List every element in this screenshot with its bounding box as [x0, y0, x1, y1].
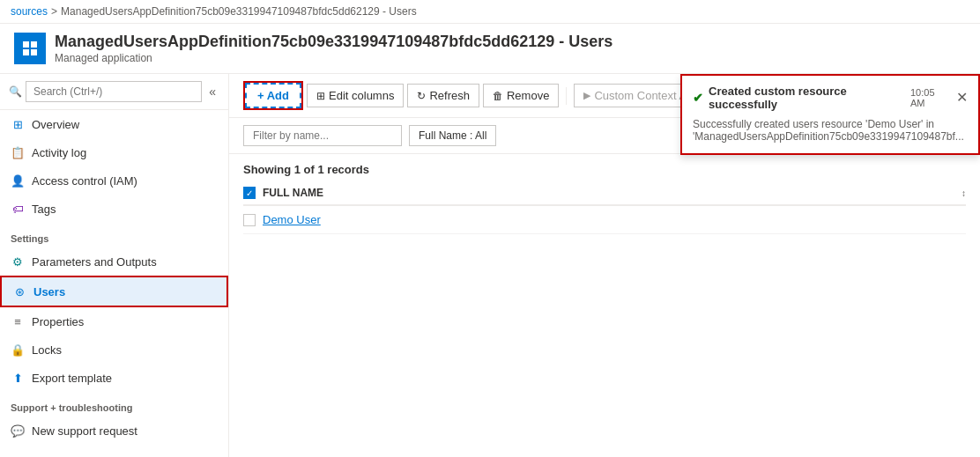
svg-rect-3	[31, 49, 37, 55]
sidebar-item-export-template-label: Export template	[32, 372, 112, 385]
sidebar-item-tags[interactable]: 🏷 Tags	[0, 195, 228, 223]
add-button-wrapper: + Add	[243, 81, 303, 110]
overview-icon: ⊞	[11, 117, 25, 131]
breadcrumb: sources > ManagedUsersAppDefinition75cb0…	[0, 0, 980, 24]
edit-columns-icon: ⊞	[316, 90, 325, 102]
settings-section-title: Settings	[0, 223, 228, 247]
header-text: ManagedUsersAppDefinition75cb09e33199471…	[55, 33, 612, 64]
sidebar-search-container: 🔍 «	[0, 74, 228, 110]
svg-rect-1	[31, 41, 37, 48]
checkbox-check-icon: ✓	[246, 188, 253, 198]
app-icon	[14, 33, 46, 64]
sidebar: 🔍 « ⊞ Overview 📋 Activity log 👤 Access c…	[0, 74, 229, 457]
notification-panel: ✔ Created custom resource successfully 1…	[680, 74, 980, 155]
add-button[interactable]: + Add	[245, 83, 301, 108]
breadcrumb-sources[interactable]: sources	[11, 5, 48, 18]
play-icon: ▶	[583, 90, 590, 101]
svg-rect-2	[23, 49, 29, 55]
sidebar-item-users[interactable]: ⊛ Users	[0, 276, 228, 307]
content-area: ✔ Created custom resource successfully 1…	[229, 74, 980, 457]
table-row: Demo User	[243, 206, 966, 234]
notification-time: 10:05 AM	[910, 87, 949, 108]
svg-rect-0	[23, 41, 29, 48]
locks-icon: 🔒	[11, 343, 25, 357]
remove-button[interactable]: 🗑 Remove	[483, 84, 559, 107]
edit-columns-button[interactable]: ⊞ Edit columns	[307, 84, 404, 107]
tags-icon: 🏷	[11, 202, 25, 216]
sidebar-collapse-button[interactable]: «	[205, 81, 219, 102]
sidebar-item-properties[interactable]: ≡ Properties	[0, 307, 228, 335]
page-subtitle: Managed application	[55, 52, 612, 64]
refresh-button[interactable]: ↻ Refresh	[407, 84, 479, 107]
sidebar-item-activity-log[interactable]: 📋 Activity log	[0, 138, 228, 166]
notification-title: ✔ Created custom resource successfully	[693, 85, 910, 111]
breadcrumb-separator: >	[51, 5, 57, 18]
sidebar-item-locks-label: Locks	[32, 343, 62, 357]
records-count: Showing 1 of 1 records	[243, 154, 966, 181]
sidebar-item-parameters-label: Parameters and Outputs	[32, 255, 157, 269]
sidebar-item-new-support-label: New support request	[32, 424, 137, 438]
sort-icon[interactable]: ↕	[961, 188, 966, 198]
sidebar-item-users-label: Users	[33, 285, 65, 299]
activity-log-icon: 📋	[11, 145, 25, 159]
success-icon: ✔	[693, 91, 703, 105]
breadcrumb-current: ManagedUsersAppDefinition75cb09e33199471…	[61, 5, 417, 18]
sidebar-item-activity-log-label: Activity log	[32, 146, 86, 159]
support-icon: 💬	[11, 424, 25, 438]
sidebar-item-tags-label: Tags	[32, 203, 56, 216]
remove-icon: 🗑	[493, 90, 503, 102]
table-area: Showing 1 of 1 records ✓ FULL NAME ↕ Dem…	[229, 154, 980, 457]
notification-body: Successfully created users resource 'Dem…	[682, 114, 978, 153]
sidebar-item-access-control-label: Access control (IAM)	[32, 174, 137, 188]
filter-input[interactable]	[243, 125, 402, 146]
filter-tag-full-name[interactable]: Full Name : All	[409, 125, 496, 146]
access-control-icon: 👤	[11, 173, 25, 188]
cell-full-name[interactable]: Demo User	[263, 213, 966, 226]
search-icon: 🔍	[9, 85, 22, 98]
sidebar-item-overview-label: Overview	[32, 118, 79, 131]
support-section-title: Support + troubleshooting	[0, 392, 228, 416]
users-icon: ⊛	[12, 284, 26, 299]
sidebar-item-parameters[interactable]: ⚙ Parameters and Outputs	[0, 247, 228, 276]
notification-close-button[interactable]: ✕	[956, 91, 968, 105]
sidebar-item-new-support[interactable]: 💬 New support request	[0, 416, 228, 445]
page-title: ManagedUsersAppDefinition75cb09e33199471…	[55, 33, 612, 52]
sidebar-item-export-template[interactable]: ⬆ Export template	[0, 364, 228, 392]
toolbar-separator	[566, 87, 567, 105]
row-checkbox[interactable]	[243, 214, 256, 226]
sidebar-item-overview[interactable]: ⊞ Overview	[0, 110, 228, 138]
properties-icon: ≡	[11, 314, 25, 328]
export-template-icon: ⬆	[11, 371, 25, 385]
column-full-name: FULL NAME	[263, 187, 961, 199]
table-header: ✓ FULL NAME ↕	[243, 181, 966, 206]
sidebar-item-properties-label: Properties	[32, 315, 84, 328]
header-checkbox[interactable]: ✓	[243, 187, 256, 199]
page-header: ManagedUsersAppDefinition75cb09e33199471…	[0, 24, 980, 74]
refresh-icon: ↻	[417, 90, 426, 102]
sidebar-item-access-control[interactable]: 👤 Access control (IAM)	[0, 166, 228, 195]
parameters-icon: ⚙	[11, 254, 25, 269]
notification-header: ✔ Created custom resource successfully 1…	[682, 76, 978, 114]
search-input[interactable]	[26, 81, 202, 102]
sidebar-item-locks[interactable]: 🔒 Locks	[0, 335, 228, 364]
